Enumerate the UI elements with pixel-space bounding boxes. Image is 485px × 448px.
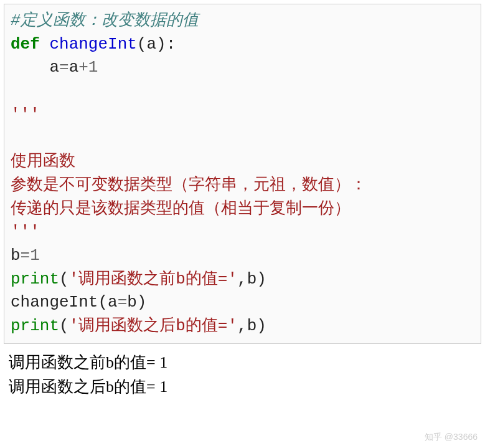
body-eq: = — [59, 58, 69, 77]
output-line2: 调用函数之后b的值= 1 — [9, 378, 167, 396]
body-plus: + — [78, 58, 88, 77]
triple-quote-open: ''' — [11, 105, 40, 124]
assign-b: b — [11, 246, 21, 265]
docstring-line1: 使用函数 — [11, 152, 75, 171]
body-rhs-a: a — [69, 58, 79, 77]
docstring-line2: 参数是不可变数据类型（字符串，元祖，数值）： — [11, 176, 367, 194]
print1-fn: print — [11, 270, 59, 288]
assign-eq: = — [21, 246, 31, 265]
kw-def: def — [11, 35, 40, 54]
print1-rest: ,b) — [237, 270, 266, 288]
print2-fn: print — [11, 317, 59, 335]
assign-val: 1 — [30, 246, 40, 265]
code-block: #定义函数：改变数据的值 def changeInt(a): a=a+1 '''… — [4, 4, 481, 344]
print1-open: ( — [59, 270, 69, 288]
call-eq: = — [118, 293, 128, 312]
call-rest: b) — [127, 293, 146, 312]
print2-rest: ,b) — [237, 317, 266, 335]
call-line: changeInt(a — [11, 293, 118, 312]
triple-quote-close: ''' — [11, 222, 40, 241]
print1-str: '调用函数之前b的值=' — [69, 270, 237, 288]
body-lhs: a — [49, 58, 59, 77]
func-name: changeInt — [49, 35, 136, 54]
output-line1: 调用函数之前b的值= 1 — [9, 353, 167, 371]
body-one: 1 — [88, 58, 98, 77]
print2-open: ( — [59, 317, 69, 335]
output-block: 调用函数之前b的值= 1 调用函数之后b的值= 1 — [9, 350, 476, 399]
print2-str: '调用函数之后b的值=' — [69, 317, 237, 335]
param-list: (a): — [137, 35, 176, 54]
comment-line: #定义函数：改变数据的值 — [11, 11, 199, 30]
indent — [11, 58, 49, 77]
docstring-line3: 传递的只是该数据类型的值（相当于复制一份） — [11, 199, 351, 218]
